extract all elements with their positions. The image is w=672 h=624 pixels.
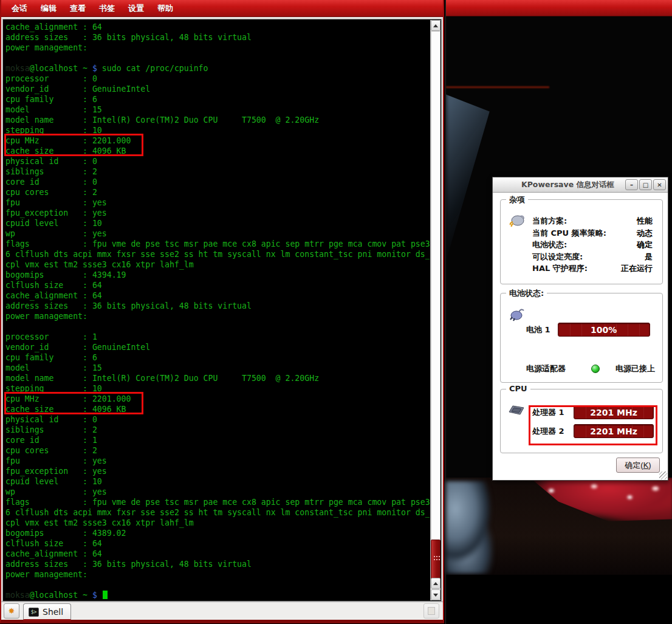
processor-label: 处理器 1	[532, 407, 567, 418]
misc-rows: 当前方案:性能当前 CPU 频率策略:动态电池状态:确定可以设定亮度:是HAL …	[532, 216, 653, 275]
menu-item-3[interactable]: 书签	[92, 1, 122, 16]
ok-button[interactable]: 确定(K)	[616, 458, 660, 473]
terminal-line	[5, 321, 430, 332]
adapter-label: 电源适配器	[526, 363, 566, 374]
ok-label: 确定(	[625, 460, 643, 471]
cpu-groupbox: CPU 处理器 12201 MHz处理器 22201 MHz	[500, 389, 663, 453]
battery-row: 电池 1 100%	[526, 323, 650, 337]
video-window-titlebar[interactable]	[446, 0, 672, 16]
terminal-line: stepping : 10	[5, 383, 430, 394]
terminal-line: cpl vmx est tm2 ssse3 cx16 xtpr lahf_lm	[5, 259, 430, 270]
terminal-menubar: 会话编辑查看书签设置帮助	[1, 0, 443, 17]
terminal-line: 6 clflush dts acpi mmx fxsr sse sse2 ss …	[5, 507, 430, 518]
terminal-line: moksa@localhost ~ $	[5, 590, 430, 600]
terminal-line: cache size : 4096 KB	[5, 146, 430, 156]
terminal-line: bogomips : 4389.02	[5, 528, 430, 538]
cpu-row-1: 处理器 22201 MHz	[532, 424, 654, 438]
battery-level-bar: 100%	[558, 323, 650, 337]
menu-item-0[interactable]: 会话	[5, 1, 34, 16]
terminal-line: cpuid level : 10	[5, 218, 430, 228]
terminal-line	[5, 53, 430, 63]
terminal-line: address sizes : 36 bits physical, 48 bit…	[5, 301, 430, 311]
dialog-title: KPowersave 信息对话框	[495, 180, 624, 190]
misc-row-label: 可以设定亮度:	[532, 252, 583, 264]
video-frame-detail	[446, 91, 493, 261]
terminal-line: power management:	[5, 311, 430, 321]
new-session-button[interactable]: ✸	[4, 603, 19, 619]
terminal-line: cpu MHz : 2201.000	[5, 135, 430, 146]
scrollbar-up-button-bottom[interactable]	[431, 578, 441, 589]
cpu-rows: 处理器 12201 MHz处理器 22201 MHz	[532, 405, 654, 443]
misc-row-label: 电池状态:	[532, 239, 567, 252]
terminal-line: siblings : 2	[5, 425, 430, 435]
adapter-status: 电源已接上	[615, 363, 655, 374]
terminal-line: moksa@localhost ~ $ sudo cat /proc/cpuin…	[5, 63, 430, 74]
cpu-row-0: 处理器 12201 MHz	[532, 405, 654, 419]
new-session-icon: ✸	[9, 606, 15, 615]
ac-adapter-plug-icon	[508, 307, 525, 321]
misc-row-label: 当前方案:	[532, 216, 567, 228]
cpu-frequency-bar: 2201 MHz	[574, 424, 654, 438]
misc-groupbox: 杂项 当前方案:性能当前 CPU 频率策略:动态电池状态:确定可以设定亮度:是H…	[500, 199, 663, 284]
terminal-line: processor : 1	[5, 332, 430, 342]
terminal-line: cpl vmx est tm2 ssse3 cx16 xtpr lahf_lm	[5, 518, 430, 528]
ok-accel: K	[643, 461, 649, 470]
menu-item-1[interactable]: 编辑	[34, 1, 63, 16]
terminal-output[interactable]: cache_alignment : 64address sizes : 36 b…	[4, 21, 430, 600]
desktop: 会话编辑查看书签设置帮助 cache_alignment : 64address…	[0, 0, 672, 624]
misc-row-label: HAL 守护程序:	[532, 263, 588, 275]
terminal-line: address sizes : 36 bits physical, 48 bit…	[5, 32, 430, 43]
scrollbar-track[interactable]	[431, 31, 441, 577]
terminal-line: physical id : 0	[5, 156, 430, 166]
terminal-line: power management:	[5, 569, 430, 580]
terminal-line: stepping : 10	[5, 125, 430, 135]
terminal-line: 6 clflush dts acpi mmx fxsr sse sse2 ss …	[5, 249, 430, 259]
scrollbar-up-button[interactable]	[431, 20, 441, 31]
terminal-line: model name : Intel(R) Core(TM)2 Duo CPU …	[5, 115, 430, 125]
close-session-icon	[428, 607, 435, 615]
video-frame	[446, 478, 672, 575]
terminal-line: cache size : 4096 KB	[5, 404, 430, 414]
misc-row-value: 性能	[637, 216, 653, 228]
close-button[interactable]: ✕	[653, 179, 666, 190]
tab-shell-label: Shell	[43, 607, 63, 617]
terminal-scrollbar[interactable]	[430, 20, 441, 600]
maximize-button[interactable]: □	[639, 179, 652, 190]
scrollbar-down-button[interactable]	[431, 589, 441, 600]
misc-row-value: 正在运行	[621, 263, 653, 275]
kpowersave-dialog: KPowersave 信息对话框 – □ ✕ 杂项 当前方案:性能当前 CPU …	[492, 177, 668, 481]
terminal-line: cpu cores : 2	[5, 187, 430, 197]
battery-label: 电池 1	[526, 324, 550, 335]
scrollbar-thumb[interactable]	[431, 540, 441, 580]
menu-item-5[interactable]: 帮助	[151, 1, 180, 16]
terminal-cursor	[103, 591, 108, 599]
terminal-line: flags : fpu vme de pse tsc msr pae mce c…	[5, 239, 430, 249]
terminal-line: clflush size : 64	[5, 538, 430, 549]
dialog-titlebar[interactable]: KPowersave 信息对话框 – □ ✕	[493, 177, 668, 193]
terminal-line: cpu family : 6	[5, 352, 430, 363]
menu-item-4[interactable]: 设置	[122, 1, 151, 16]
resize-grip[interactable]	[659, 471, 667, 479]
minimize-button[interactable]: –	[625, 179, 638, 190]
terminal-line: cache_alignment : 64	[5, 22, 430, 32]
misc-row-0: 当前方案:性能	[532, 216, 653, 228]
cpu-frequency-bar: 2201 MHz	[574, 405, 654, 419]
cpu-legend: CPU	[506, 384, 530, 393]
terminal-line: siblings : 2	[5, 166, 430, 177]
terminal-line: fpu_exception : yes	[5, 466, 430, 476]
tab-shell[interactable]: $> Shell	[23, 603, 71, 620]
misc-row-value: 是	[645, 252, 653, 264]
terminal-line: model : 15	[5, 363, 430, 373]
video-letterbox	[446, 575, 672, 624]
terminal-line: power management:	[5, 43, 430, 53]
terminal-line: wp : yes	[5, 487, 430, 497]
terminal-line: cpu cores : 2	[5, 445, 430, 456]
menu-item-2[interactable]: 查看	[63, 1, 92, 16]
terminal-line: wp : yes	[5, 228, 430, 239]
terminal-line: core id : 1	[5, 435, 430, 445]
close-session-button[interactable]	[423, 603, 439, 619]
terminal-line: clflush size : 64	[5, 280, 430, 290]
battery-percent: 100%	[591, 325, 617, 335]
terminal-line: cpuid level : 10	[5, 476, 430, 487]
power-plug-icon	[508, 213, 525, 228]
